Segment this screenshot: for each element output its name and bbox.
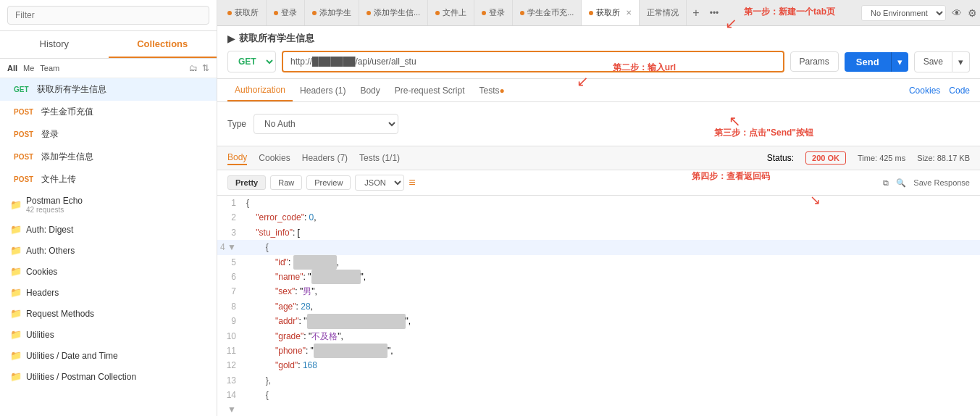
- folder-utilities-postman[interactable]: 📁 Utilities / Postman Collection: [0, 366, 217, 387]
- sub-tabs: Authorization Headers (1) Body Pre-reque…: [217, 79, 980, 102]
- res-tab-body[interactable]: Body: [227, 151, 247, 165]
- code-line: 8 "age": 28,: [217, 299, 980, 314]
- code-line: 5 "id": ███,: [217, 255, 980, 270]
- tab-item[interactable]: 获取所: [220, 0, 267, 25]
- subtab-tests[interactable]: Tests ●: [472, 79, 511, 101]
- list-item[interactable]: POST 登录: [0, 123, 217, 146]
- preview-button[interactable]: Preview: [306, 175, 351, 190]
- folder-name: Utilities / Date and Time: [26, 351, 118, 361]
- sub-tab-right: Cookies Code: [909, 86, 970, 96]
- format-select[interactable]: JSON: [355, 175, 404, 191]
- response-time: Time: 425 ms: [858, 154, 905, 162]
- folder-cookies[interactable]: 📁 Cookies: [0, 261, 217, 282]
- send-button[interactable]: Send: [845, 52, 891, 72]
- folder-icon: 📁: [10, 224, 22, 235]
- save-dropdown-button[interactable]: ▾: [952, 51, 970, 72]
- tab-item[interactable]: 正常情况: [640, 0, 687, 25]
- method-post-badge: POST: [10, 130, 37, 139]
- status-label: Status:: [767, 153, 794, 163]
- scope-team[interactable]: Team: [40, 64, 59, 72]
- auth-panel: Type No Auth: [217, 102, 980, 146]
- save-button[interactable]: Save: [914, 51, 952, 72]
- code-line: 14 ▼ {: [217, 388, 980, 416]
- code-line: 1 {: [217, 196, 980, 210]
- tab-history[interactable]: History: [0, 31, 109, 58]
- send-dropdown-button[interactable]: ▾: [891, 52, 908, 72]
- subtab-authorization[interactable]: Authorization: [227, 79, 293, 101]
- tabs-bar: 获取所 登录 添加学生 添加学生信... 文件上 登录 学生金币充... 获取: [217, 0, 980, 26]
- res-tab-cookies[interactable]: Cookies: [259, 151, 290, 165]
- tab-item[interactable]: 文件上: [428, 0, 474, 25]
- sort-icon[interactable]: ⇅: [202, 63, 209, 73]
- code-line: 7 "sex": "男",: [217, 284, 980, 299]
- more-tabs-button[interactable]: •••: [705, 8, 724, 18]
- folder-name: Auth: Others: [26, 246, 75, 256]
- list-item[interactable]: POST 添加学生信息: [0, 146, 217, 168]
- subtab-headers[interactable]: Headers (1): [293, 79, 353, 101]
- list-item[interactable]: GET 获取所有学生信息: [0, 78, 217, 101]
- save-response-button[interactable]: Save Response: [913, 178, 970, 187]
- tab-close-icon[interactable]: ✕: [626, 9, 632, 17]
- tab-item[interactable]: 学生金币充...: [513, 0, 582, 25]
- eye-icon[interactable]: 👁: [952, 7, 962, 19]
- tab-item-active[interactable]: 获取所 ✕: [582, 0, 640, 25]
- tab-label: 添加学生: [319, 7, 351, 18]
- sidebar-tabs: History Collections: [0, 31, 217, 59]
- code-area[interactable]: 1 { 2 "error_code": 0, 3 "stu_info": [ 4…: [217, 196, 980, 416]
- scope-me[interactable]: Me: [23, 64, 34, 72]
- tab-item[interactable]: 添加学生信...: [359, 0, 428, 25]
- tab-item[interactable]: 添加学生: [305, 0, 359, 25]
- new-folder-icon[interactable]: 🗂: [189, 63, 198, 73]
- params-button[interactable]: Params: [790, 51, 839, 72]
- tab-collections[interactable]: Collections: [109, 31, 217, 58]
- response-status: Status: 200 OK Time: 425 ms Size: 88.17 …: [767, 151, 970, 165]
- format-bar: Pretty Raw Preview JSON ≡ ⧉ 🔍 Save Respo…: [217, 170, 980, 196]
- format-right-actions: ⧉ 🔍 Save Response: [883, 178, 970, 188]
- pretty-button[interactable]: Pretty: [227, 175, 266, 190]
- list-item[interactable]: POST 文件上传: [0, 168, 217, 191]
- search-icon[interactable]: 🔍: [896, 178, 906, 188]
- code-link[interactable]: Code: [949, 86, 970, 96]
- folder-name: Postman Echo: [26, 196, 83, 206]
- subtab-body[interactable]: Body: [353, 79, 387, 101]
- raw-button[interactable]: Raw: [270, 175, 302, 190]
- folder-icon: 📁: [10, 350, 22, 361]
- collection-list: GET 获取所有学生信息 POST 学生金币充值 POST 登录 POST 添加…: [0, 78, 217, 416]
- method-select[interactable]: GET: [227, 51, 276, 72]
- folder-auth-others[interactable]: 📁 Auth: Others: [0, 240, 217, 261]
- filter-input[interactable]: [7, 6, 209, 25]
- wrap-icon[interactable]: ≡: [409, 176, 415, 189]
- folder-auth-digest[interactable]: 📁 Auth: Digest: [0, 219, 217, 240]
- tab-dot: [227, 11, 232, 15]
- tab-label: 获取所: [596, 7, 620, 18]
- folder-utilities-date[interactable]: 📁 Utilities / Date and Time: [0, 345, 217, 366]
- tab-item[interactable]: 登录: [474, 0, 513, 25]
- folder-name: Utilities: [26, 330, 54, 340]
- res-tab-tests[interactable]: Tests (1/1): [359, 151, 400, 165]
- tab-item[interactable]: 登录: [267, 0, 305, 25]
- folder-utilities[interactable]: 📁 Utilities: [0, 324, 217, 345]
- subtab-prerequest[interactable]: Pre-request Script: [388, 79, 472, 101]
- auth-type-select[interactable]: No Auth: [254, 114, 398, 134]
- list-item[interactable]: POST 学生金币充值: [0, 101, 217, 123]
- folder-request-methods[interactable]: 📁 Request Methods: [0, 303, 217, 324]
- cookies-link[interactable]: Cookies: [909, 86, 940, 96]
- res-tab-headers[interactable]: Headers (7): [302, 151, 348, 165]
- folder-postman-echo[interactable]: 📁 Postman Echo 42 requests: [0, 191, 217, 219]
- code-line-highlighted: 4 ▼ {: [217, 240, 980, 254]
- tab-dot: [367, 11, 371, 15]
- code-line: 9 "addr": "████████████████",: [217, 314, 980, 328]
- settings-icon[interactable]: ⚙: [968, 7, 977, 19]
- item-label: 获取所有学生信息: [37, 83, 106, 96]
- environment-select[interactable]: No Environment: [861, 5, 946, 21]
- folder-name: Cookies: [26, 267, 57, 277]
- new-tab-button[interactable]: +: [687, 7, 705, 20]
- folder-headers[interactable]: 📁 Headers: [0, 282, 217, 303]
- tab-dot: [482, 11, 486, 15]
- tab-label: 学生金币充...: [527, 7, 574, 18]
- url-input[interactable]: [282, 51, 784, 72]
- method-post-badge: POST: [10, 175, 37, 184]
- copy-icon[interactable]: ⧉: [883, 178, 889, 188]
- scope-all[interactable]: All: [7, 64, 17, 72]
- tab-dot: [520, 11, 524, 15]
